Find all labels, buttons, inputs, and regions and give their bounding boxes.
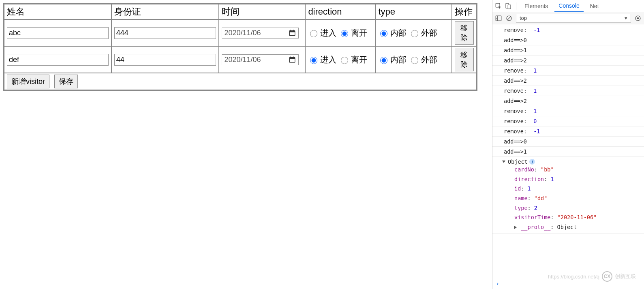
direction-in-radio[interactable] [310,30,317,37]
execution-context-select[interactable]: top ▾ [516,14,631,23]
svg-rect-1 [289,31,295,32]
svg-point-16 [637,17,639,19]
device-icon[interactable] [505,2,512,10]
direction-out-radio[interactable] [341,30,348,37]
th-name: 姓名 [4,4,111,19]
calendar-icon [289,29,296,36]
collapse-icon[interactable] [502,161,505,163]
scope-label: top [520,15,527,21]
name-input[interactable] [7,27,109,39]
date-value: 2020/11/06 [225,56,289,64]
clear-console-icon[interactable] [505,15,513,22]
name-input[interactable] [7,54,109,66]
direction-radio-group: 进入 离开 [308,28,372,39]
console-log-row: add==>0 [492,137,644,147]
th-card: 身份证 [111,4,219,19]
card-input[interactable] [114,27,216,39]
console-log-row: remove: 1 [492,66,644,76]
table-row: 2020/11/06 进入 离开 内部 外部 移除 [4,46,477,73]
date-input[interactable]: 2020/11/06 [222,54,299,65]
svg-rect-5 [289,58,295,59]
direction-out-radio[interactable] [341,57,348,64]
console-log-row: add==>2 [492,96,644,106]
radio-label: 外部 [421,54,437,65]
th-type: type [375,4,451,19]
devtools-top-bar: Elements Console Net [492,0,644,12]
radio-label: 离开 [351,28,367,39]
date-value: 2020/11/06 [225,29,289,37]
console-log-row: add==>2 [492,76,644,86]
calendar-icon [289,56,296,63]
chevron-down-icon: ▾ [625,15,627,21]
expand-icon[interactable] [514,226,517,229]
type-external-radio[interactable] [411,30,418,37]
radio-label: 内部 [390,54,407,65]
console-log-row: remove: -1 [492,25,644,35]
console-log-row: add==>1 [492,147,644,157]
th-time: 时间 [219,4,306,19]
console-log-row: remove: 1 [492,86,644,96]
separator [516,2,516,10]
type-radio-group: 内部 外部 [378,54,449,65]
direction-in-radio[interactable] [310,57,317,64]
console-object-row[interactable]: Object icardNo: "bb"direction: 1id: 1nam… [492,157,644,234]
radio-label: 内部 [390,28,407,39]
table-header-row: 姓名 身份证 时间 direction type 操作 [4,4,477,19]
live-expression-icon[interactable] [634,15,642,22]
radio-label: 离开 [351,54,367,65]
radio-label: 外部 [421,28,437,39]
svg-line-14 [507,17,511,20]
devtools-sub-bar: top ▾ [492,12,644,24]
type-internal-radio[interactable] [380,57,387,64]
console-log-row: remove: 1 [492,106,644,116]
console-log-row: add==>2 [492,56,644,66]
type-internal-radio[interactable] [380,30,387,37]
table-footer-row: 新增visitor 保存 [4,73,477,90]
tab-network[interactable]: Net [586,0,603,12]
type-external-radio[interactable] [411,57,418,64]
th-op: 操作 [452,4,477,19]
radio-label: 进入 [320,54,336,65]
remove-button[interactable]: 移除 [455,21,474,45]
radio-label: 进入 [320,28,336,39]
console-output[interactable]: remove: -1add==>0add==>1add==>2remove: 1… [492,24,644,278]
card-input[interactable] [114,54,216,66]
inspect-icon[interactable] [495,2,502,10]
console-log-row: add==>1 [492,45,644,56]
console-log-row: remove: -1 [492,126,644,137]
tab-elements[interactable]: Elements [520,0,552,12]
table-row: 2020/11/06 进入 离开 内部 外部 移除 [4,19,477,46]
console-prompt[interactable]: › [492,278,644,289]
svg-rect-10 [508,5,511,9]
console-log-row: remove: 0 [492,116,644,126]
add-visitor-button[interactable]: 新增visitor [7,75,49,88]
save-button[interactable]: 保存 [54,75,78,88]
info-icon: i [529,159,535,165]
visitor-table: 姓名 身份证 时间 direction type 操作 2020/11/06 进… [3,3,477,91]
remove-button[interactable]: 移除 [455,48,474,71]
th-direction: direction [305,4,375,19]
direction-radio-group: 进入 离开 [308,54,372,65]
tab-console[interactable]: Console [554,0,583,12]
console-sidebar-icon[interactable] [495,15,502,22]
page-content: 姓名 身份证 时间 direction type 操作 2020/11/06 进… [0,0,492,289]
type-radio-group: 内部 外部 [378,28,449,39]
date-input[interactable]: 2020/11/06 [222,28,299,39]
devtools-panel: Elements Console Net top ▾ remove: -1add… [492,0,644,289]
console-log-row: add==>0 [492,35,644,45]
